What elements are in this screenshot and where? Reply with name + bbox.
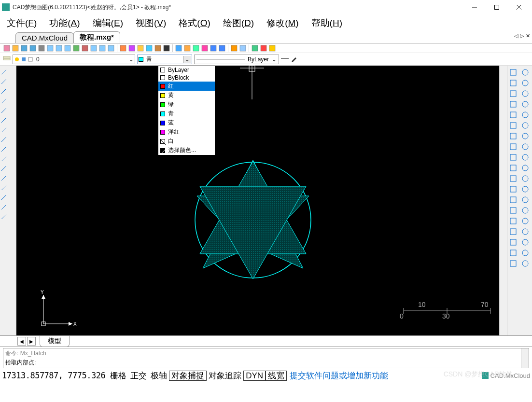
add-icon[interactable] (521, 90, 530, 98)
menu-a[interactable]: 功能(A) (47, 16, 82, 30)
color-icon[interactable] (137, 44, 144, 52)
linetype-dropdown[interactable]: ByLayer ⌄ (194, 55, 279, 64)
dim-horiz-icon[interactable] (521, 207, 530, 215)
tolerance-icon[interactable] (521, 260, 530, 268)
curve2-icon[interactable] (521, 153, 530, 162)
feedback-link[interactable]: 提交软件问题或增加新功能 (290, 370, 388, 381)
color-option[interactable]: ByLayer (158, 66, 215, 74)
scale-icon[interactable] (509, 228, 518, 236)
circle-icon[interactable] (0, 126, 7, 133)
mirror-h-icon[interactable] (509, 122, 518, 130)
layout-prev-button[interactable]: ◀ (17, 337, 26, 346)
extend-icon[interactable] (509, 249, 518, 258)
tab-next-icon[interactable]: ▷ (520, 33, 524, 39)
zoom-out-icon[interactable] (64, 44, 71, 52)
brush-icon[interactable] (163, 44, 170, 52)
zoom-window-icon[interactable] (90, 44, 98, 52)
export-pdf-icon[interactable] (260, 44, 267, 52)
zoom-realtime-icon[interactable] (98, 44, 106, 52)
dim-slash-icon[interactable] (521, 164, 530, 173)
dim-diameter-icon[interactable] (521, 238, 530, 247)
zoom-prev-icon[interactable] (107, 44, 115, 52)
text-icon[interactable] (0, 194, 7, 201)
zoom-in-icon[interactable] (55, 44, 63, 52)
image-icon[interactable] (268, 44, 276, 52)
cmd-scrollbar[interactable] (521, 348, 529, 368)
paste-layer-icon[interactable] (509, 79, 518, 88)
dim-arrow-icon[interactable] (521, 196, 530, 205)
vertical-scrollbar[interactable] (499, 66, 507, 335)
xline-icon[interactable] (0, 78, 7, 85)
color-option[interactable]: 蓝 (158, 118, 215, 127)
rectangle-icon[interactable] (0, 107, 7, 114)
color-option[interactable]: 洋红 (158, 127, 215, 137)
minimize-button[interactable] (463, 0, 486, 14)
close-button[interactable] (508, 0, 530, 14)
trim-line-icon[interactable] (509, 164, 518, 173)
cut-icon[interactable] (81, 44, 89, 52)
curve-icon[interactable] (521, 143, 530, 152)
ellipse-arc-icon[interactable] (0, 155, 7, 162)
hatch-icon[interactable] (0, 184, 7, 191)
properties-icon[interactable] (230, 44, 238, 52)
linetype-icon[interactable] (281, 55, 289, 64)
palette-icon[interactable] (521, 175, 530, 183)
color-option[interactable]: 红 (158, 82, 215, 91)
brush-icon[interactable] (291, 55, 298, 64)
ellipse-icon[interactable] (0, 146, 7, 152)
block-icon[interactable] (175, 44, 182, 52)
pattern-icon[interactable] (521, 111, 530, 120)
spline-edit-icon[interactable] (509, 143, 518, 152)
color-option[interactable]: 白 (158, 137, 215, 146)
tab-close-icon[interactable]: ✕ (526, 33, 530, 39)
polyline-icon[interactable] (0, 88, 7, 95)
status-toggle[interactable]: 极轴 (149, 371, 169, 380)
measure-icon[interactable] (251, 44, 259, 52)
sparkle-icon[interactable] (509, 175, 518, 183)
undo-icon[interactable] (210, 44, 217, 52)
layout-next-button[interactable]: ▶ (27, 337, 36, 346)
new-file-icon[interactable] (3, 44, 11, 52)
move-cross-icon[interactable] (521, 79, 530, 88)
wblock-icon[interactable] (192, 44, 200, 52)
command-line[interactable]: 命令: Mx_Hatch 拾取内部点: (3, 348, 529, 368)
measure-h-icon[interactable] (509, 207, 518, 215)
color-option[interactable]: 青 (158, 109, 215, 118)
menu-h[interactable]: 帮助(H) (309, 16, 344, 30)
table-icon[interactable] (0, 204, 7, 210)
zoom-extents-icon[interactable] (46, 44, 54, 52)
status-toggle[interactable]: 正交 (128, 371, 149, 380)
menu-v[interactable]: 视图(V) (134, 16, 168, 30)
rotate-icon[interactable] (509, 217, 518, 226)
drawing-canvas[interactable]: ByLayerByBlock红黄绿青蓝洋红白选择颜色... X Y (16, 66, 507, 335)
status-toggle[interactable]: 栅格 (108, 371, 128, 380)
menu-m[interactable]: 修改(M) (265, 16, 300, 30)
arc-icon[interactable] (0, 117, 7, 124)
line-icon[interactable] (0, 69, 7, 75)
dim-radius-icon[interactable] (521, 228, 530, 236)
open-file-icon[interactable] (12, 44, 19, 52)
offset-icon[interactable] (509, 196, 518, 205)
grid-icon[interactable] (509, 111, 518, 120)
select-icon[interactable] (509, 100, 518, 109)
color-option[interactable]: 黄 (158, 91, 215, 100)
color-option[interactable]: ByBlock (158, 74, 215, 82)
brush-icon[interactable] (521, 69, 530, 77)
menu-o[interactable]: 格式(O) (177, 16, 212, 30)
color-option[interactable]: 选择颜色... (158, 146, 215, 155)
menu-d[interactable]: 绘图(D) (221, 16, 256, 30)
layer-icon[interactable] (145, 44, 153, 52)
point-icon[interactable] (0, 165, 7, 172)
spline-icon[interactable] (0, 136, 7, 143)
color-dropdown[interactable]: 青 ⌄ (137, 55, 192, 64)
linetype-icon[interactable] (154, 44, 162, 52)
help-icon[interactable] (239, 44, 247, 52)
maximize-button[interactable] (486, 0, 508, 14)
refresh-icon[interactable] (521, 100, 530, 109)
block-icon[interactable] (0, 175, 7, 181)
status-toggle[interactable]: DYN (243, 371, 266, 381)
doc-tab[interactable]: 教程.mxg* (73, 31, 120, 43)
flag-icon[interactable] (509, 260, 518, 268)
break-icon[interactable] (521, 185, 530, 194)
redo-icon[interactable] (218, 44, 226, 52)
